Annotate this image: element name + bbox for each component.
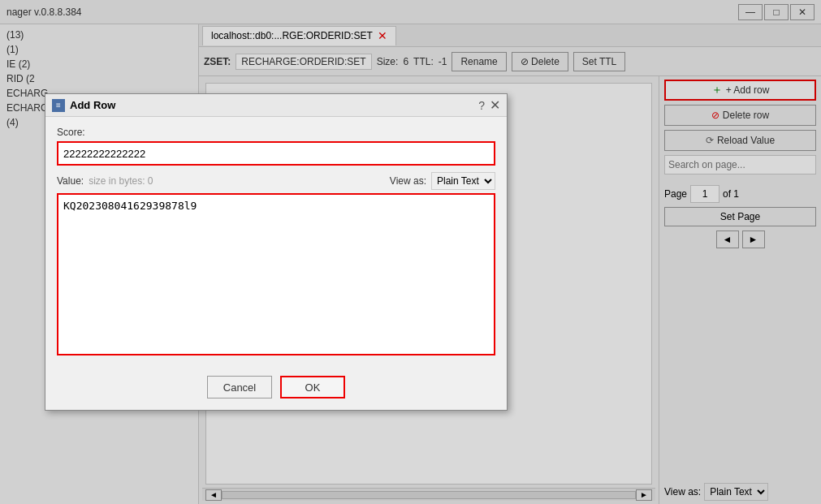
dialog-icon: ≡: [52, 99, 65, 112]
score-label: Score:: [57, 127, 495, 138]
dialog-close-button[interactable]: ✕: [490, 99, 500, 112]
dialog-title-controls: ? ✕: [478, 99, 500, 112]
add-row-dialog: ≡ Add Row ? ✕ Score: Value: size in byte…: [45, 93, 508, 411]
dialog-help-button[interactable]: ?: [478, 99, 485, 112]
ok-button[interactable]: OK: [280, 376, 345, 398]
dialog-title-bar: ≡ Add Row ? ✕: [45, 94, 507, 117]
modal-overlay: ≡ Add Row ? ✕ Score: Value: size in byte…: [0, 0, 821, 504]
dialog-body: Score: Value: size in bytes: 0 View as: …: [45, 117, 507, 368]
dialog-footer: Cancel OK: [45, 368, 507, 410]
value-row: Value: size in bytes: 0 View as: Plain T…: [57, 172, 495, 190]
score-input[interactable]: [57, 141, 495, 166]
cancel-button[interactable]: Cancel: [207, 376, 272, 398]
main-window: nager v.0.8.8.384 — □ ✕ (13) (1) IE (2) …: [0, 0, 821, 504]
view-as-select-dialog[interactable]: Plain Text JSON: [431, 172, 495, 190]
view-as-label-dialog: View as:: [390, 175, 426, 187]
dialog-title: Add Row: [70, 99, 115, 111]
dialog-title-left: ≡ Add Row: [52, 99, 115, 112]
value-size: size in bytes: 0: [89, 175, 153, 187]
value-label: Value:: [57, 175, 84, 187]
value-textarea[interactable]: [57, 193, 495, 355]
